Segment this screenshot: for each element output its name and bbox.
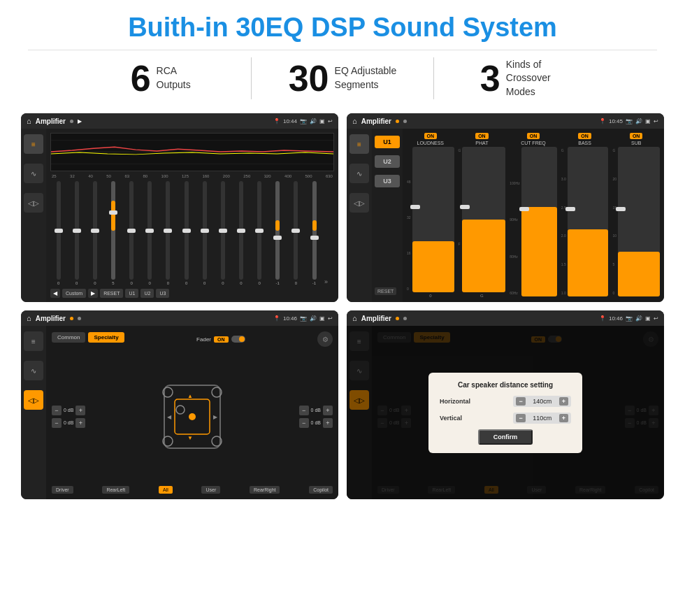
fader-speaker-btn[interactable]: ◁▷ (24, 390, 43, 410)
settings-icon[interactable]: ⚙ (317, 331, 333, 347)
home-icon-3[interactable]: ⌂ (27, 314, 31, 322)
loudness-slider[interactable] (412, 147, 454, 292)
status-dot-3b (78, 317, 81, 320)
svg-point-5 (189, 413, 196, 420)
home-icon[interactable]: ⌂ (27, 117, 31, 125)
fader-tabs: Common Specialty (52, 332, 124, 343)
screen-dialog: ⌂ Amplifier 📍 10:46 📷 🔊 ▣ ↩ ≡ ∿ ◁▷ (347, 310, 664, 499)
eq-u1-btn[interactable]: U1 (125, 289, 138, 298)
stat-rca: 6 RCAOutputs (70, 60, 251, 96)
xover-filter-btn[interactable]: ≡ (349, 134, 369, 154)
btn-user[interactable]: User (201, 486, 220, 494)
vertical-plus-btn[interactable]: + (559, 414, 568, 422)
fader-on-badge[interactable]: ON (214, 336, 229, 343)
eq-slider-2[interactable]: 0 (87, 181, 103, 285)
db-plus-tl[interactable]: + (75, 406, 85, 415)
eq-slider-6[interactable]: 0 (160, 181, 176, 285)
horizontal-plus-btn[interactable]: + (559, 397, 568, 406)
db-minus-tr[interactable]: − (299, 406, 309, 415)
eq-slider-9[interactable]: 0 (215, 181, 231, 285)
status-dot-3 (70, 317, 73, 320)
db-value-bl: 0 dB (64, 420, 73, 425)
eq-slider-11[interactable]: 0 (252, 181, 268, 285)
eq-slider-7[interactable]: 0 (178, 181, 194, 285)
preset-u3[interactable]: U3 (375, 175, 400, 187)
db-minus-bl[interactable]: − (52, 418, 62, 428)
crossover-presets: U1 U2 U3 RESET (372, 129, 403, 302)
fader-filter-btn[interactable]: ≡ (24, 331, 43, 351)
btn-driver[interactable]: Driver (52, 486, 73, 494)
eq-next-btn[interactable]: ▶ (88, 289, 98, 298)
preset-u2[interactable]: U2 (375, 155, 400, 168)
eq-slider-12[interactable]: -1 (270, 181, 286, 285)
horizontal-control: − 140cm + (513, 396, 571, 407)
cutfreq-slider[interactable] (521, 147, 557, 296)
eq-slider-5[interactable]: 0 (142, 181, 158, 285)
eq-wave-btn[interactable]: ∿ (24, 164, 43, 183)
vertical-minus-btn[interactable]: − (516, 414, 525, 422)
db-minus-br[interactable]: − (299, 418, 309, 428)
stats-row: 6 RCAOutputs 30 EQ AdjustableSegments 3 … (28, 50, 657, 106)
channel-sub: ON SUB G20151050 (612, 133, 660, 298)
db-plus-bl[interactable]: + (75, 418, 85, 428)
screen-icon-3: ▣ (319, 315, 325, 322)
on-badge-cutfreq[interactable]: ON (527, 133, 540, 139)
camera-icon-2: 📷 (626, 118, 633, 124)
on-badge-phat[interactable]: ON (475, 133, 489, 139)
eq-filter-btn[interactable]: ≡ (24, 134, 43, 154)
eq-speaker-btn[interactable]: ◁▷ (24, 193, 43, 213)
eq-custom-btn[interactable]: Custom (62, 289, 86, 298)
screen-icon-4: ▣ (645, 315, 651, 322)
location-icon-4: 📍 (599, 315, 606, 322)
btn-rearright[interactable]: RearRight (250, 486, 280, 494)
btn-all[interactable]: All (159, 486, 173, 494)
eq-slider-14[interactable]: -1 (306, 181, 322, 285)
btn-copilot[interactable]: Copilot (309, 486, 333, 494)
eq-main-area: 253240506380100125160200250320400500630 … (46, 129, 338, 302)
fader-main-area: Common Specialty Fader ON ⚙ (46, 326, 338, 499)
sub-slider[interactable] (618, 147, 660, 296)
preset-u1[interactable]: U1 (375, 136, 400, 148)
bass-slider[interactable] (568, 147, 609, 296)
on-badge-sub[interactable]: ON (630, 133, 643, 139)
eq-prev-btn[interactable]: ◀ (50, 289, 60, 298)
eq-sliders[interactable]: 0 0 0 5 0 0 0 0 0 0 0 0 -1 0 -1 » (50, 181, 334, 287)
xover-speaker-btn[interactable]: ◁▷ (349, 193, 369, 213)
eq-slider-0[interactable]: 0 (50, 181, 66, 285)
fader-toggle[interactable] (231, 336, 245, 343)
eq-slider-10[interactable]: 0 (233, 181, 249, 285)
eq-graph (50, 133, 334, 171)
tab-specialty[interactable]: Specialty (88, 332, 124, 343)
xover-wave-btn[interactable]: ∿ (349, 164, 369, 183)
eq-slider-3[interactable]: 5 (105, 181, 121, 285)
tab-common[interactable]: Common (52, 332, 85, 343)
fader-wave-btn[interactable]: ∿ (24, 361, 43, 380)
screen-crossover: ⌂ Amplifier 📍 10:45 📷 🔊 ▣ ↩ ≡ ∿ ◁▷ U1 U2 (347, 113, 664, 302)
location-icon-1: 📍 (273, 118, 280, 124)
db-minus-tl[interactable]: − (52, 406, 62, 415)
dialog-overlay: Car speaker distance setting Horizontal … (347, 326, 664, 499)
camera-icon-3: 📷 (300, 315, 307, 322)
horizontal-minus-btn[interactable]: − (516, 397, 525, 406)
home-icon-4[interactable]: ⌂ (352, 314, 357, 322)
on-badge-loudness[interactable]: ON (424, 133, 438, 139)
svg-text:▼: ▼ (187, 435, 193, 441)
phat-slider[interactable] (462, 147, 505, 292)
eq-slider-4[interactable]: 0 (124, 181, 140, 285)
play-icon-1: ▶ (78, 118, 82, 124)
confirm-button[interactable]: Confirm (478, 429, 533, 445)
eq-reset-btn[interactable]: RESET (100, 289, 123, 298)
eq-slider-8[interactable]: 0 (196, 181, 212, 285)
svg-point-6 (176, 406, 185, 414)
eq-slider-13[interactable]: 0 (288, 181, 304, 285)
db-plus-tr[interactable]: + (323, 406, 333, 415)
home-icon-2[interactable]: ⌂ (352, 117, 357, 125)
on-badge-bass[interactable]: ON (578, 133, 591, 139)
eq-u3-btn[interactable]: U3 (156, 289, 169, 298)
xover-reset[interactable]: RESET (375, 287, 396, 295)
eq-slider-1[interactable]: 0 (68, 181, 85, 285)
db-plus-br[interactable]: + (323, 418, 333, 428)
eq-u2-btn[interactable]: U2 (140, 289, 154, 298)
btn-rearleft[interactable]: RearLeft (102, 486, 129, 494)
eq-bottom-controls[interactable]: ◀ Custom ▶ RESET U1 U2 U3 (50, 287, 334, 298)
